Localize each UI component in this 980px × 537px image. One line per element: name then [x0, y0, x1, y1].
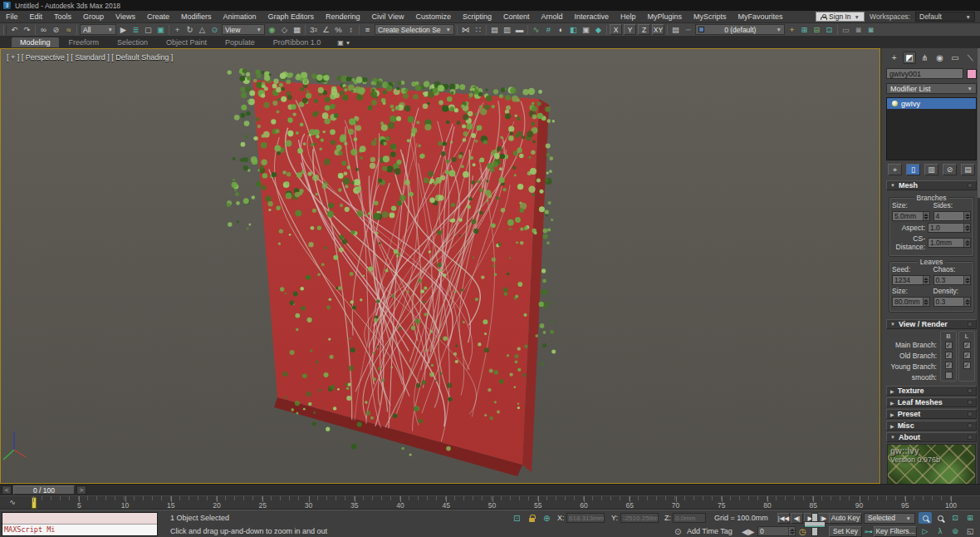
auto-key-button[interactable]: Auto Key [829, 513, 862, 524]
set-key-button[interactable]: Set Key [829, 526, 862, 537]
snaps-toggle-3d-icon[interactable]: 33 [307, 24, 320, 36]
spinner-down-icon[interactable] [965, 217, 970, 219]
unlink-selection-icon[interactable]: ⊘ [50, 24, 62, 36]
named-selection-sets-dropdown[interactable]: Create Selection Se▼ [375, 24, 454, 35]
modifier-stack-item-gwivy[interactable]: gwIvy [887, 98, 976, 109]
ribbon-tab-object-paint[interactable]: Object Paint [158, 37, 215, 47]
fov-zoom-region-button[interactable]: ▷ [919, 525, 932, 537]
about-rollout-header[interactable]: ▼ About [886, 432, 977, 442]
utilities-tab[interactable]: ⟍ [964, 52, 977, 64]
rectangular-selection-icon[interactable]: ▢ [142, 24, 154, 36]
zoom-tool-button[interactable] [919, 512, 932, 524]
shield-gray-icon[interactable]: ◙ [852, 24, 865, 36]
layer-dropdown[interactable]: 0 (default)▼ [695, 24, 785, 35]
select-and-place-icon[interactable]: ⊙ [208, 24, 221, 36]
spinner-up-icon[interactable] [965, 299, 970, 302]
ribbon-tab-proribbon-1-0[interactable]: ProRibbon 1.0 [265, 37, 330, 47]
add-selection-to-layer-icon[interactable]: ⊞ [798, 24, 811, 36]
checkbox-main-branch-l[interactable]: ✓ [963, 342, 971, 349]
time-slider-handle[interactable]: 0 / 100 [13, 485, 75, 495]
hierarchy-tab[interactable]: ⋔ [919, 52, 931, 64]
selection-filter-dropdown[interactable]: All▼ [80, 24, 116, 35]
modifier-list-dropdown[interactable]: Modifier List ▼ [886, 83, 977, 94]
schematic-view-icon[interactable]: # [542, 24, 555, 36]
time-tag-icon[interactable]: ⊙ [674, 525, 681, 537]
maximize-viewport-button[interactable]: ◱ [963, 525, 977, 537]
edit-named-selection-sets-icon[interactable]: ≡ [361, 24, 374, 36]
large-plus-button[interactable] [804, 513, 824, 535]
render-production-icon[interactable]: ◆ [592, 24, 605, 36]
create-new-layer-icon[interactable]: + [786, 24, 798, 36]
checkbox-young-branch-b[interactable]: ✓ [945, 362, 953, 369]
ribbon-tab-freeform[interactable]: Freeform [61, 37, 108, 47]
spinner-snap-icon[interactable]: ↕ [345, 24, 357, 36]
menu-rendering[interactable]: Rendering [320, 11, 366, 22]
angle-snap-icon[interactable]: ∠ [320, 24, 332, 36]
spinner-arrows[interactable] [963, 224, 970, 232]
select-manipulate-icon[interactable]: ◇ [278, 24, 291, 36]
axis-xy-button[interactable]: XY [652, 24, 664, 35]
menu-scripting[interactable]: Scripting [457, 11, 497, 22]
y-coordinate-field[interactable]: -2510.259m [620, 513, 659, 523]
scene-explorer-icon[interactable]: ▤ [488, 24, 501, 36]
checkbox-old-branch-b[interactable]: ✓ [945, 352, 953, 359]
spinner-down-icon[interactable] [965, 244, 970, 246]
absolute-mode-icon[interactable]: ⊕ [543, 511, 550, 525]
select-and-move-icon[interactable]: + [171, 24, 184, 36]
select-and-scale-icon[interactable]: △ [196, 24, 208, 36]
menu-graph-editors[interactable]: Graph Editors [262, 11, 320, 22]
spinner-arrows[interactable] [923, 212, 929, 220]
set-keys-icon[interactable]: ⊶ [865, 525, 873, 537]
misc-rollout-header[interactable]: ▶Misc [886, 421, 977, 431]
spinner-arrows[interactable] [963, 298, 970, 306]
axis-x-button[interactable]: X [610, 24, 622, 35]
set-current-layer-icon[interactable]: ⊡ [823, 24, 835, 36]
add-time-tag-text[interactable]: Add Time Tag [687, 525, 733, 537]
menu-arnold[interactable]: Arnold [535, 11, 568, 22]
axis-z-button[interactable]: Z [638, 24, 650, 35]
orbit-button[interactable]: ⊚ [948, 525, 962, 537]
layer-manager-icon[interactable]: ▤ [669, 24, 682, 36]
current-time-marker[interactable] [32, 497, 37, 509]
display-tab[interactable]: ▭ [948, 52, 961, 64]
spinner-field-aspect[interactable]: 1.0 [928, 223, 971, 233]
spinner-down-icon[interactable] [924, 281, 929, 283]
undo-icon[interactable]: ↶ [8, 24, 21, 36]
make-unique-button[interactable]: ▥ [924, 164, 938, 175]
shield-teal-icon[interactable]: ◙ [865, 24, 877, 36]
modify-tab[interactable]: ◩ [903, 52, 915, 64]
spinner-arrows[interactable] [963, 276, 970, 284]
ribbon-tab-populate[interactable]: Populate [217, 37, 263, 47]
spinner-arrows[interactable] [963, 212, 970, 220]
select-by-name-icon[interactable]: ≣ [130, 24, 142, 36]
sign-in-button[interactable]: Sign In▼ [816, 12, 865, 22]
menu-myscripts[interactable]: MyScripts [688, 11, 733, 22]
selection-region-icon[interactable]: ▭ [840, 24, 852, 36]
spinner-up-icon[interactable] [965, 225, 970, 228]
ribbon-tab-selection[interactable]: Selection [109, 37, 156, 47]
spinner-field-leaves-1-0[interactable]: 1234 [892, 275, 930, 285]
pin-stack-button[interactable]: ⌖ [888, 164, 902, 175]
isolate-selection-icon[interactable]: ⊡ [513, 511, 520, 525]
frame-spinner[interactable] [788, 527, 795, 535]
spinner-down-icon[interactable] [965, 281, 970, 283]
menu-animation[interactable]: Animation [217, 11, 262, 22]
axis-y-button[interactable]: Y [624, 24, 636, 35]
checkbox-smooth-b[interactable] [945, 372, 953, 379]
walk-through-button[interactable]: λ [933, 525, 947, 537]
select-and-link-icon[interactable]: ∞ [37, 24, 50, 36]
menu-file[interactable]: File [0, 11, 24, 22]
ribbon-toggle-icon[interactable]: ▬ [513, 24, 526, 36]
select-object-icon[interactable]: ▶ [117, 24, 130, 36]
view-render-rollout-header[interactable]: ▼ View / Render [886, 319, 977, 329]
workspace-dropdown[interactable]: Default▼ [915, 12, 975, 22]
layer-list-grayed-icon[interactable]: ┅ [682, 24, 694, 36]
menu-create[interactable]: Create [141, 11, 175, 22]
spinner-field-branches-1-0[interactable]: 5.0mm [892, 211, 930, 221]
menu-edit[interactable]: Edit [24, 11, 49, 22]
spinner-up-icon[interactable] [965, 240, 970, 243]
checkbox-young-branch-l[interactable]: ✓ [963, 362, 971, 369]
use-pivot-center-icon[interactable]: ◉ [266, 24, 278, 36]
spinner-down-icon[interactable] [924, 217, 929, 219]
spinner-arrows[interactable] [963, 239, 970, 247]
